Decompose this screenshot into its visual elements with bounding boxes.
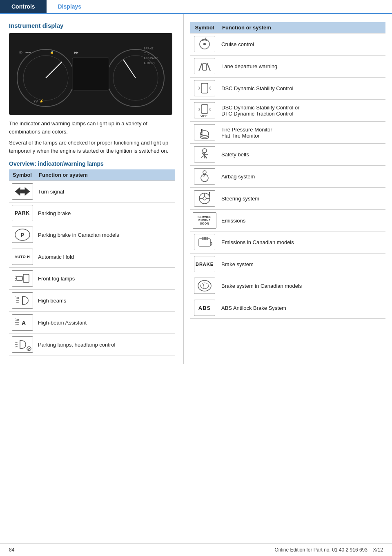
svg-point-55 bbox=[203, 149, 207, 153]
table-row: Airbag system bbox=[190, 166, 385, 188]
svg-line-30 bbox=[16, 302, 19, 303]
tab-displays[interactable]: Displays bbox=[47, 0, 93, 13]
svg-text:⬅➡: ⬅➡ bbox=[25, 51, 31, 54]
table-row: ABS ABS Antilock Brake System bbox=[190, 297, 385, 319]
table-row: Emissions in Canadian models bbox=[190, 231, 385, 254]
function-safety-belts: Safety belts bbox=[219, 144, 385, 166]
svg-marker-18 bbox=[20, 187, 30, 196]
overview-title: Overview: indicator/warning lamps bbox=[9, 160, 175, 167]
function-emissions-ca: Emissions in Canadian models bbox=[219, 231, 385, 254]
svg-line-46 bbox=[199, 63, 202, 71]
edition-text: Online Edition for Part no. 01 40 2 916 … bbox=[274, 547, 383, 553]
function-parking-brake-ca: Parking brake in Canadian models bbox=[36, 224, 175, 246]
function-emissions: Emissions bbox=[219, 210, 385, 231]
symbol-cell-highbeam bbox=[9, 290, 36, 312]
svg-line-23 bbox=[15, 276, 17, 277]
symbol-cell-brake-ca: ! bbox=[190, 275, 219, 297]
table-row: OFF DSC Dynamic Stability Control orDTC … bbox=[190, 100, 385, 122]
function-parking-lamps: Parking lamps, headlamp control bbox=[36, 334, 175, 356]
symbol-cell-autoh: AUTO H bbox=[9, 246, 36, 268]
svg-rect-5 bbox=[72, 58, 109, 90]
svg-line-47 bbox=[207, 63, 210, 71]
tab-controls[interactable]: Controls bbox=[0, 0, 47, 13]
right-header-function: Function or system bbox=[219, 22, 385, 33]
table-row: Turn signal bbox=[9, 181, 175, 202]
svg-text:!: ! bbox=[203, 282, 205, 289]
steering-symbol: ! bbox=[194, 190, 215, 207]
table-row: DSC Dynamic Stability Control bbox=[190, 78, 385, 100]
function-fog-lamps: Front fog lamps bbox=[36, 268, 175, 290]
airbag-symbol bbox=[194, 168, 215, 185]
abs-symbol: ABS bbox=[194, 300, 215, 316]
svg-point-60 bbox=[203, 171, 206, 174]
symbol-cell-abs: ABS bbox=[190, 297, 219, 319]
safety-belts-symbol bbox=[194, 146, 215, 162]
parking-brake-symbol: PARK bbox=[12, 205, 33, 221]
function-dsc: DSC Dynamic Stability Control bbox=[219, 78, 385, 100]
svg-line-35 bbox=[15, 319, 19, 320]
svg-line-28 bbox=[16, 298, 19, 299]
parking-brake-ca-symbol: P bbox=[12, 227, 33, 243]
svg-point-44 bbox=[203, 43, 206, 45]
table-row: Cruise control bbox=[190, 33, 385, 56]
symbol-cell-turn bbox=[9, 181, 36, 202]
svg-text:🔒: 🔒 bbox=[50, 50, 54, 54]
emissions-ca-symbol bbox=[194, 234, 215, 250]
function-abs: ABS Antilock Brake System bbox=[219, 297, 385, 319]
svg-rect-48 bbox=[203, 64, 207, 70]
symbol-cell-emissions-ca bbox=[190, 231, 219, 254]
function-parking-brake: Parking brake bbox=[36, 202, 175, 224]
symbol-cell-emissions: SERVICE ENGINE SOON bbox=[190, 210, 219, 231]
table-row: AUTO H Automatic Hold bbox=[9, 246, 175, 268]
svg-line-32 bbox=[15, 320, 19, 321]
right-header-symbol: Symbol bbox=[190, 22, 219, 33]
cruise-control-symbol bbox=[194, 36, 215, 52]
svg-line-37 bbox=[15, 342, 18, 343]
svg-line-45 bbox=[205, 38, 206, 39]
symbol-cell-lane bbox=[190, 56, 219, 78]
left-column: Instrument display ID ⬅➡ 🔒 ▶▶ bbox=[0, 14, 184, 364]
emissions-symbol: SERVICE ENGINE SOON bbox=[193, 212, 216, 229]
function-lane-departure: Lane departure warning bbox=[219, 56, 385, 78]
table-row: BRAKE Brake system bbox=[190, 254, 385, 275]
table-row: P Parking brake in Canadian models bbox=[9, 224, 175, 246]
function-highbeam-assistant: High-beam Assistant bbox=[36, 312, 175, 334]
top-navigation: Controls Displays bbox=[0, 0, 392, 14]
table-row: Safety belts bbox=[190, 144, 385, 166]
svg-text:A: A bbox=[22, 320, 26, 326]
page-footer: 84 Online Edition for Part no. 01 40 2 9… bbox=[0, 543, 392, 556]
symbol-cell-dsc-off: OFF bbox=[190, 100, 219, 122]
svg-text:7V  ⚡: 7V ⚡ bbox=[33, 99, 44, 104]
svg-rect-50 bbox=[201, 105, 208, 113]
function-brake-system: Brake system bbox=[219, 254, 385, 275]
svg-text:ABS PARK: ABS PARK bbox=[144, 57, 158, 60]
brake-ca-symbol: ! bbox=[194, 278, 215, 294]
symbol-cell-tire: ! bbox=[190, 122, 219, 144]
svg-text:!: ! bbox=[209, 191, 211, 197]
symbol-cell-brake: BRAKE bbox=[190, 254, 219, 275]
table-row: SERVICE ENGINE SOON Emissions bbox=[190, 210, 385, 231]
section-title-instrument: Instrument display bbox=[9, 22, 175, 29]
dsc-symbol bbox=[194, 80, 215, 96]
svg-line-39 bbox=[15, 346, 18, 347]
symbol-cell-parking-lamps: O bbox=[9, 334, 36, 356]
auto-hold-symbol: AUTO H bbox=[12, 249, 33, 265]
symbol-cell-cruise bbox=[190, 33, 219, 56]
function-brake-ca: Brake system in Canadian models bbox=[219, 275, 385, 297]
fog-lamps-symbol bbox=[12, 270, 33, 287]
right-column: Symbol Function or system Cruise cont bbox=[184, 14, 392, 364]
brake-system-symbol: BRAKE bbox=[194, 256, 215, 272]
left-header-symbol: Symbol bbox=[9, 169, 36, 181]
high-beams-symbol bbox=[12, 292, 33, 309]
symbol-cell-steering: ! bbox=[190, 188, 219, 210]
function-tire-pressure: Tire Pressure MonitorFlat Tire Monitor bbox=[219, 122, 385, 144]
parking-lamps-symbol: O bbox=[12, 336, 33, 353]
svg-rect-71 bbox=[205, 237, 208, 240]
symbol-cell-seatbelt bbox=[190, 144, 219, 166]
svg-text:AUTO O: AUTO O bbox=[144, 62, 155, 64]
left-symbol-table: Symbol Function or system Turn signal bbox=[9, 169, 175, 356]
function-high-beams: High beams bbox=[36, 290, 175, 312]
symbol-cell-fog bbox=[9, 268, 36, 290]
function-auto-hold: Automatic Hold bbox=[36, 246, 175, 268]
table-row: ! Steering system bbox=[190, 188, 385, 210]
